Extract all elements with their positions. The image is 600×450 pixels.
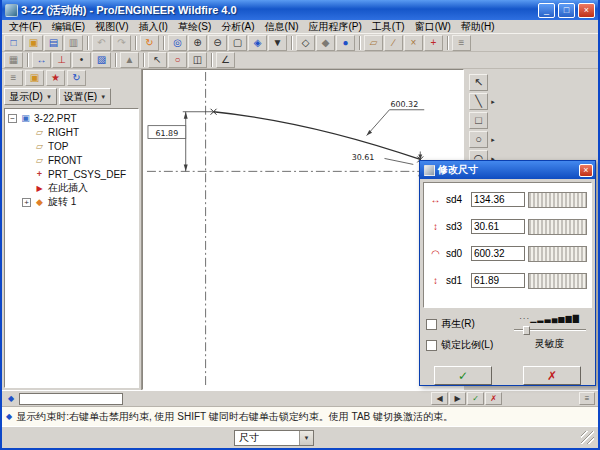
nav-favorites-tab[interactable]: ★: [46, 70, 65, 86]
save-button[interactable]: ▤: [44, 35, 63, 51]
flyout-arrow-icon[interactable]: ▸: [488, 98, 498, 106]
separator: [359, 36, 361, 50]
dimension-thumbwheel[interactable]: [528, 219, 587, 235]
datum-axes-button[interactable]: ∕: [384, 35, 403, 51]
menu-edit[interactable]: 编辑(E): [47, 20, 90, 34]
prompt-field[interactable]: [19, 393, 123, 405]
menu-sketch[interactable]: 草绘(S): [173, 20, 216, 34]
refit-button[interactable]: ▢: [228, 35, 247, 51]
nav-history-tab[interactable]: ↻: [67, 70, 86, 86]
slider-thumb[interactable]: [523, 326, 530, 335]
lock-scale-checkbox[interactable]: 锁定比例(L): [426, 338, 510, 352]
dashboard-prev-button[interactable]: ◀: [431, 392, 448, 405]
wireframe-button[interactable]: ◇: [296, 35, 315, 51]
dimension-value-input[interactable]: 30.61: [471, 219, 525, 234]
shade-loops-button[interactable]: ▨: [92, 52, 111, 68]
new-file-button[interactable]: □: [4, 35, 23, 51]
open-file-button[interactable]: ▣: [24, 35, 43, 51]
dimension-value-input[interactable]: 600.32: [471, 246, 525, 261]
tree-item-top[interactable]: ▱ TOP: [5, 139, 138, 153]
sketch-tool-button[interactable]: ○: [469, 131, 488, 148]
datum-points-button[interactable]: ×: [404, 35, 423, 51]
dashboard-next-button[interactable]: ▶: [449, 392, 466, 405]
settings-menu-button[interactable]: 设置(E)▼: [59, 88, 111, 105]
zoom-in-button[interactable]: ⊕: [188, 35, 207, 51]
dashboard-cancel-button[interactable]: ✗: [485, 392, 502, 405]
constraint-display-button[interactable]: ⊥: [52, 52, 71, 68]
tree-item-3-22-prt[interactable]: − ▣ 3-22.PRT: [5, 111, 138, 125]
dim-600-text[interactable]: 600.32: [390, 100, 418, 109]
dialog-ok-button[interactable]: ✓: [434, 366, 492, 385]
shaded-button[interactable]: ●: [336, 35, 355, 51]
tree-item-front[interactable]: ▱ FRONT: [5, 153, 138, 167]
dialog-close-button[interactable]: ×: [579, 164, 593, 177]
tree-item-prt-csys-def[interactable]: + PRT_CSYS_DEF: [5, 167, 138, 181]
dimension-value-input[interactable]: 134.36: [471, 192, 525, 207]
regenerate-button[interactable]: ↻: [140, 35, 159, 51]
select-filter-button[interactable]: ↖: [148, 52, 167, 68]
sketch-orient-button[interactable]: ▲: [120, 52, 139, 68]
dimension-thumbwheel[interactable]: [528, 192, 587, 208]
display-menu-button[interactable]: 显示(D)▼: [4, 88, 57, 105]
dim-61-text[interactable]: 61.89: [155, 129, 178, 138]
minimize-button[interactable]: _: [538, 3, 555, 18]
overlap-geometry-button[interactable]: ◫: [188, 52, 207, 68]
vertex-display-button[interactable]: •: [72, 52, 91, 68]
dimension-list: ↔ sd4 134.36 ↕ sd3 30.61 ◠ sd0 600.32: [423, 182, 592, 308]
tree-expander-icon[interactable]: +: [22, 198, 31, 207]
redo-button[interactable]: ↷: [112, 35, 131, 51]
menu-window[interactable]: 窗口(W): [410, 20, 456, 34]
tree-item-revolve-1[interactable]: + ◆ 旋转 1: [5, 195, 138, 209]
filter-combo[interactable]: 尺寸 ▼: [234, 430, 314, 446]
find-button[interactable]: ◎: [168, 35, 187, 51]
undo-button[interactable]: ↶: [92, 35, 111, 51]
titlebar[interactable]: 3-22 (活动的) - Pro/ENGINEER Wildfire 4.0 _…: [2, 0, 598, 20]
nav-folder-tab[interactable]: ▣: [25, 70, 44, 86]
filter-dropdown-icon[interactable]: ▼: [299, 431, 313, 445]
repaint-button[interactable]: ◈: [248, 35, 267, 51]
menu-info[interactable]: 信息(N): [260, 20, 304, 34]
menu-file[interactable]: 文件(F): [4, 20, 47, 34]
sketch-tool-button[interactable]: □: [469, 112, 488, 129]
tree-item-insert-here[interactable]: ▶ 在此插入: [5, 181, 138, 195]
sensitivity-slider[interactable]: [514, 326, 586, 335]
flyout-arrow-icon[interactable]: ▸: [488, 136, 498, 144]
model-tree-button[interactable]: ≡: [452, 35, 471, 51]
sketch-tool-button[interactable]: ↖: [469, 74, 488, 91]
csys-display-button[interactable]: +: [424, 35, 443, 51]
nav-model-tree-tab[interactable]: ≡: [4, 70, 23, 86]
message-log-button[interactable]: ≡: [579, 392, 595, 405]
dim-30-text[interactable]: 30.61: [352, 153, 375, 162]
menu-view[interactable]: 视图(V): [90, 20, 133, 34]
resize-grip[interactable]: [581, 431, 594, 444]
open-ends-button[interactable]: ○: [168, 52, 187, 68]
hidden-line-button[interactable]: ◆: [316, 35, 335, 51]
dashboard-accept-button[interactable]: ✓: [467, 392, 484, 405]
menu-analysis[interactable]: 分析(A): [216, 20, 259, 34]
menu-insert[interactable]: 插入(I): [133, 20, 172, 34]
dialog-titlebar[interactable]: 修改尺寸 ×: [420, 161, 595, 179]
close-button[interactable]: ×: [578, 3, 595, 18]
maximize-button[interactable]: □: [558, 3, 575, 18]
datum-planes-button[interactable]: ▱: [364, 35, 383, 51]
graphics-area[interactable]: 61.89 600.32 30.61: [142, 69, 464, 390]
dimension-value-input[interactable]: 61.89: [471, 273, 525, 288]
saved-views-button[interactable]: ▼: [268, 35, 287, 51]
dimension-thumbwheel[interactable]: [528, 273, 587, 289]
angle-tool-button[interactable]: ∠: [216, 52, 235, 68]
dimension-thumbwheel[interactable]: [528, 246, 587, 262]
menu-tools[interactable]: 工具(T): [367, 20, 410, 34]
dialog-cancel-button[interactable]: ✗: [523, 366, 581, 385]
arc-entity[interactable]: [214, 112, 421, 160]
regenerate-checkbox[interactable]: 再生(R): [426, 317, 510, 331]
menu-applications[interactable]: 应用程序(P): [304, 20, 367, 34]
toolbar-button-icon: +: [431, 38, 437, 48]
zoom-out-button[interactable]: ⊖: [208, 35, 227, 51]
dim-display-button[interactable]: ↔: [32, 52, 51, 68]
grid-toggle-button[interactable]: ▦: [4, 52, 23, 68]
sketch-tool-button[interactable]: ╲: [469, 93, 488, 110]
menu-help[interactable]: 帮助(H): [456, 20, 500, 34]
tree-item-right[interactable]: ▱ RIGHT: [5, 125, 138, 139]
print-button[interactable]: ▥: [64, 35, 83, 51]
tree-expander-icon[interactable]: −: [8, 114, 17, 123]
